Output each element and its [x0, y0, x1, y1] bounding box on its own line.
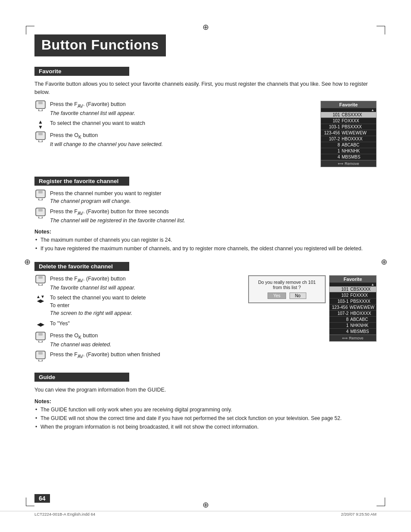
dialog-yes-button[interactable]: Yes: [268, 292, 286, 299]
crosshair-bottom-icon: ⊕: [202, 501, 209, 508]
del-arrow-icon: ▲▼ ◀▶: [34, 294, 47, 304]
del-remote-icon-1: [34, 275, 47, 285]
delete-layout: Press the FAV. (Favorite) button The fav…: [34, 275, 377, 364]
register-header: Register the favorite channel: [34, 177, 129, 186]
reg-remote-icon-1: [34, 190, 47, 199]
channel-row-8: 8 ABCABC: [321, 142, 376, 148]
channel-row-103: 103-1 PBSXXXX: [321, 124, 376, 130]
svg-rect-21: [38, 276, 43, 279]
guide-notes-list: The GUIDE function will only work when y…: [34, 406, 377, 430]
favorite-header: Favorite: [34, 67, 129, 76]
remove-label: ⟺ Remove: [321, 160, 376, 167]
delete-steps-col: Press the FAV. (Favorite) button The fav…: [34, 275, 241, 364]
del-step-2: ▲▼ ◀▶ To select the channel you want to …: [34, 294, 241, 317]
corner-mark-tl: [26, 26, 26, 34]
channel-row-102: 102 FOXXXX: [321, 118, 376, 124]
svg-rect-6: [38, 133, 43, 135]
register-notes-title: Notes:: [34, 229, 377, 235]
crosshair-left-icon: ⊕: [24, 258, 31, 265]
guide-note-3: When the program information is not bein…: [34, 423, 377, 431]
corner-mark-tl2: [26, 26, 34, 26]
del-ch-102: 102 FOXXXX: [330, 292, 376, 299]
reg-step-2-text: Press the FAV. (Favorite) button for thr…: [50, 208, 185, 225]
del-ch-107: 107-2 HBOXXXX: [330, 311, 376, 317]
delete-right-inner: Do you really remove ch 101 from this li…: [248, 275, 377, 342]
del-ch-1: 1 NHKNHK: [330, 323, 376, 329]
del-ch-123: 123-456 WEWEWEW: [330, 305, 376, 311]
svg-rect-31: [38, 352, 43, 355]
crosshair-right-icon: ⊕: [380, 258, 387, 265]
favorite-instructions: Press the FAV. (Favorite) button The fav…: [34, 101, 377, 167]
channel-row-123: 123-456 WEWEWEW: [321, 130, 376, 136]
svg-rect-16: [38, 209, 43, 212]
reg-step-1-text: Press the channel number you want to reg…: [50, 190, 161, 205]
del-step-1-text: Press the FAV. (Favorite) button The fav…: [50, 275, 135, 292]
corner-mark-tr2: [377, 26, 385, 26]
channel-row-1: 1 NHKNHK: [321, 148, 376, 154]
delete-section: Delete the favorite channel: [34, 262, 377, 364]
footer-right-text: 2/20/07 9:25:50 AM: [341, 512, 377, 516]
corner-mark-br2: [377, 506, 385, 506]
page-footer: LCT2224-001B-A English.indd 64 2/20/07 9…: [0, 511, 411, 514]
delete-dialog: Do you really remove ch 101 from this li…: [248, 275, 326, 303]
favorite-ui-title: Favorite: [321, 101, 376, 108]
favorite-steps: Press the FAV. (Favorite) button The fav…: [34, 101, 312, 167]
register-section: Register the favorite channel Press the …: [34, 177, 377, 252]
del-remote-icon-2: [34, 332, 47, 342]
del-ch-4: 4 MBSMBS: [330, 329, 376, 335]
favorite-section: Favorite The Favorite button allows you …: [34, 67, 377, 167]
reg-step-1: Press the channel number you want to reg…: [34, 190, 377, 205]
guide-section: Guide You can view the program informati…: [34, 373, 377, 430]
corner-mark-br: [385, 498, 385, 506]
corner-mark-bl: [26, 498, 26, 506]
corner-mark-bl2: [26, 506, 34, 506]
scroll-up-arrow: ▲: [321, 108, 376, 112]
del-lr-arrow-icon: ◀▶: [34, 320, 47, 330]
page-content: Button Functions Favorite The Favorite b…: [34, 34, 377, 430]
del-ch-8: 8 ABCABC: [330, 317, 376, 323]
dialog-buttons: Yes No: [253, 292, 321, 299]
delete-ui-title: Favorite: [330, 276, 376, 283]
page-number: 64: [34, 494, 50, 503]
guide-notes: Notes: The GUIDE function will only work…: [34, 398, 377, 430]
del-step-1: Press the FAV. (Favorite) button The fav…: [34, 275, 241, 292]
register-note-2: If you have registered the maximum numbe…: [34, 245, 377, 252]
reg-step-2: Press the FAV. (Favorite) button for thr…: [34, 208, 377, 225]
del-scroll-up: ▲: [330, 283, 376, 286]
guide-note-1: The GUIDE function will only work when y…: [34, 406, 377, 414]
del-step-4: Press the OK button The channel was dele…: [34, 332, 241, 349]
main-title: Button Functions: [34, 34, 377, 67]
fav-step-1: Press the FAV. (Favorite) button The fav…: [34, 101, 312, 118]
footer-left-text: LCT2224-001B-A English.indd 64: [34, 512, 95, 516]
del-ch-101: 101 CBSXXXX: [330, 286, 376, 292]
remote-btn-icon: [34, 101, 47, 110]
channel-row-4: 4 MBSMBS: [321, 154, 376, 160]
register-steps: Press the channel number you want to reg…: [34, 190, 377, 225]
arrow-updown-icon: ▲▼: [34, 120, 47, 129]
fav-step-3: Press the OK button It will change to th…: [34, 132, 312, 149]
del-step-3-text: To "Yes": [50, 320, 70, 328]
fav-step-1-text: Press the FAV. (Favorite) button The fav…: [50, 101, 135, 118]
guide-header: Guide: [34, 373, 129, 382]
fav-step-3-text: Press the OK button It will change to th…: [50, 132, 163, 149]
delete-right-panel: Do you really remove ch 101 from this li…: [248, 275, 377, 342]
favorite-description: The Favorite button allows you to select…: [34, 80, 377, 96]
fav-step-2-text: To select the channel you want to watch: [50, 120, 145, 128]
del-step-2-text: To select the channel you want to delete…: [50, 294, 146, 317]
del-step-5: Press the FAV. (Favorite) button when fi…: [34, 351, 241, 361]
guide-description: You can view the program information fro…: [34, 386, 377, 394]
del-ch-103: 103-1 PBSXXXX: [330, 299, 376, 305]
dialog-text: Do you really remove ch 101 from this li…: [258, 280, 316, 290]
register-notes: Notes: The maximum number of channels yo…: [34, 229, 377, 252]
corner-mark-tr: [385, 26, 385, 34]
fav-step-2: ▲▼ To select the channel you want to wat…: [34, 120, 312, 129]
reg-remote-icon-2: [34, 208, 47, 218]
del-remove-label: ⟺ Remove: [330, 335, 376, 341]
svg-rect-26: [38, 333, 43, 336]
delete-dialog-area: Do you really remove ch 101 from this li…: [248, 275, 326, 305]
channel-row-101: 101 CBSXXXX: [321, 112, 376, 118]
dialog-no-button[interactable]: No: [290, 292, 306, 299]
del-step-4-text: Press the OK button The channel was dele…: [50, 332, 111, 349]
del-step-5-text: Press the FAV. (Favorite) button when fi…: [50, 351, 160, 360]
register-note-1: The maximum number of channels you can r…: [34, 236, 377, 244]
